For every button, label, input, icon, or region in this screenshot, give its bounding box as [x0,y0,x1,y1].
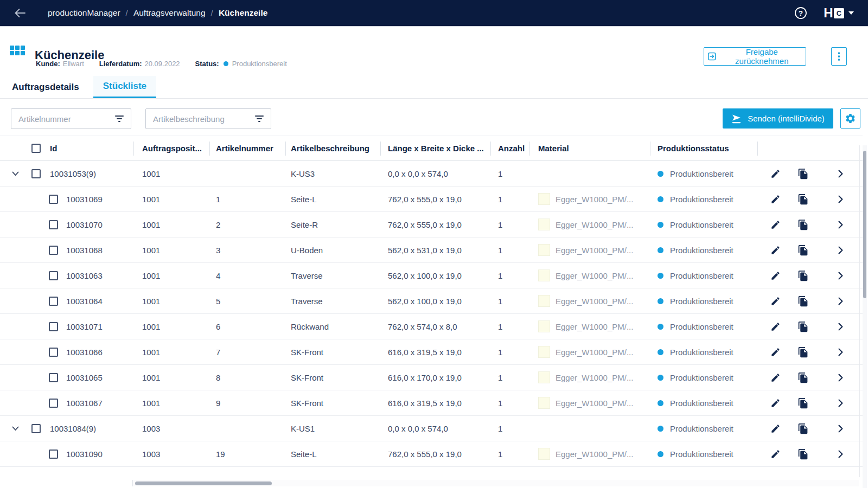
open-detail-button[interactable] [838,288,843,313]
column-header-anzahl[interactable]: Anzahl [498,136,525,160]
duplicate-button[interactable] [797,314,809,339]
duplicate-button[interactable] [797,237,809,262]
open-detail-button[interactable] [838,187,843,211]
account-menu[interactable]: H C [824,5,854,21]
duplicate-button[interactable] [797,416,809,441]
cell-material: Egger_W1000_PM/... [538,288,633,313]
row-checkbox[interactable] [31,424,41,433]
duplicate-button[interactable] [797,212,809,237]
table-row[interactable]: 10031067 1001 9 SK-Front 616,0 x 319,5 x… [0,390,863,416]
row-checkbox[interactable] [49,246,58,255]
column-header-artikelbeschreibung[interactable]: Artikelbeschreibung [291,136,369,160]
edit-button[interactable] [770,161,781,186]
send-intellidivide-button[interactable]: Senden (intelliDivide) [723,108,833,129]
row-checkbox[interactable] [49,297,58,306]
row-checkbox[interactable] [49,450,58,459]
tab-auftragsdetails[interactable]: Auftragsdetails [11,76,80,98]
open-detail-button[interactable] [838,390,843,415]
filter-icon[interactable] [255,115,264,122]
edit-button[interactable] [770,187,781,211]
pencil-icon [770,194,781,204]
edit-button[interactable] [770,365,781,390]
row-checkbox[interactable] [49,348,58,357]
row-expander[interactable] [12,416,19,441]
open-detail-button[interactable] [838,314,843,339]
edit-button[interactable] [770,390,781,415]
duplicate-button[interactable] [797,441,809,466]
duplicate-button[interactable] [797,187,809,211]
duplicate-button[interactable] [797,161,809,186]
order-grid-icon [10,46,25,55]
table-row[interactable]: 10031063 1001 4 Traverse 562,0 x 100,0 x… [0,263,863,288]
artikelnummer-filter-input[interactable] [11,114,115,124]
table-row[interactable]: 10031084(9) 1003 K-US1 0,0 x 0,0 x 574,0… [0,416,863,441]
table-row[interactable]: 10031069 1001 1 Seite-L 762,0 x 555,0 x … [0,187,863,212]
table-settings-button[interactable] [840,108,860,129]
breadcrumb-item-orders[interactable]: Auftragsverwaltung [133,8,206,18]
column-header-artikelnummer[interactable]: Artikelnummer [216,136,273,160]
duplicate-button[interactable] [797,390,809,415]
open-detail-button[interactable] [838,339,843,364]
copy-icon [797,219,809,230]
tab-stueckliste[interactable]: Stückliste [93,76,156,98]
edit-button[interactable] [770,339,781,364]
column-header-produktionsstatus[interactable]: Produktionsstatus [658,136,729,160]
more-options-button[interactable] [831,47,847,66]
release-revoke-button[interactable]: Freigabe zurücknehmen [704,47,806,66]
status-value: Produktionsbereit [232,60,287,68]
column-header-material[interactable]: Material [538,136,569,160]
edit-button[interactable] [770,212,781,237]
horizontal-scrollbar-thumb[interactable] [135,481,272,485]
column-header-dimensions[interactable]: Länge x Breite x Dicke ... [388,136,484,160]
cell-produktionsstatus: Produktionsbereit [658,365,733,390]
open-detail-button[interactable] [838,212,843,237]
filter-icon[interactable] [115,115,124,122]
duplicate-button[interactable] [797,288,809,313]
edit-button[interactable] [770,441,781,466]
column-header-auftragsposition[interactable]: Auftragsposit... [142,136,202,160]
chevron-right-icon [838,246,843,254]
open-detail-button[interactable] [838,416,843,441]
open-detail-button[interactable] [838,161,843,186]
table-row[interactable]: 10031065 1001 8 SK-Front 616,0 x 170,0 x… [0,365,863,390]
row-checkbox[interactable] [49,322,58,331]
column-header-id[interactable]: Id [50,136,57,160]
table-row[interactable]: 10031066 1001 7 SK-Front 616,0 x 319,5 x… [0,339,863,365]
filter-artikelnummer [11,108,131,129]
row-checkbox[interactable] [49,195,58,204]
row-checkbox[interactable] [49,220,58,229]
edit-button[interactable] [770,314,781,339]
table-row[interactable]: 10031070 1001 2 Seite-R 762,0 x 555,0 x … [0,212,863,237]
chevron-right-icon [838,297,843,305]
row-checkbox[interactable] [31,169,41,178]
row-expander[interactable] [12,161,19,186]
table-header: Id Auftragsposit... Artikelnummer Artike… [0,136,863,160]
help-button[interactable]: ? [794,7,807,20]
row-checkbox[interactable] [49,399,58,408]
table-row[interactable]: 10031068 1001 3 U-Boden 562,0 x 531,0 x … [0,237,863,263]
table-row[interactable]: 10031071 1001 6 Rückwand 762,0 x 574,0 x… [0,314,863,339]
open-detail-button[interactable] [838,441,843,466]
edit-button[interactable] [770,237,781,262]
duplicate-button[interactable] [797,263,809,288]
breadcrumb-item-app[interactable]: productionManager [48,8,120,18]
cell-material: Egger_W1000_PM/... [538,187,633,211]
vertical-scrollbar-thumb[interactable] [863,151,866,298]
open-detail-button[interactable] [838,365,843,390]
artikelbeschreibung-filter-input[interactable] [146,114,255,124]
duplicate-button[interactable] [797,365,809,390]
open-detail-button[interactable] [838,237,843,262]
table-row[interactable]: 10031053(9) 1001 K-US3 0,0 x 0,0 x 574,0… [0,161,863,187]
duplicate-button[interactable] [797,339,809,364]
back-button[interactable] [14,8,26,18]
edit-button[interactable] [770,263,781,288]
table-row[interactable]: 10031090 1003 19 Seite-L 762,0 x 555,0 x… [0,441,863,467]
cell-material: Egger_W1000_PM/... [538,237,633,262]
edit-button[interactable] [770,288,781,313]
select-all-checkbox[interactable] [31,144,41,153]
edit-button[interactable] [770,416,781,441]
row-checkbox[interactable] [49,373,58,382]
table-row[interactable]: 10031064 1001 5 Traverse 562,0 x 100,0 x… [0,288,863,314]
row-checkbox[interactable] [49,271,58,280]
open-detail-button[interactable] [838,263,843,288]
